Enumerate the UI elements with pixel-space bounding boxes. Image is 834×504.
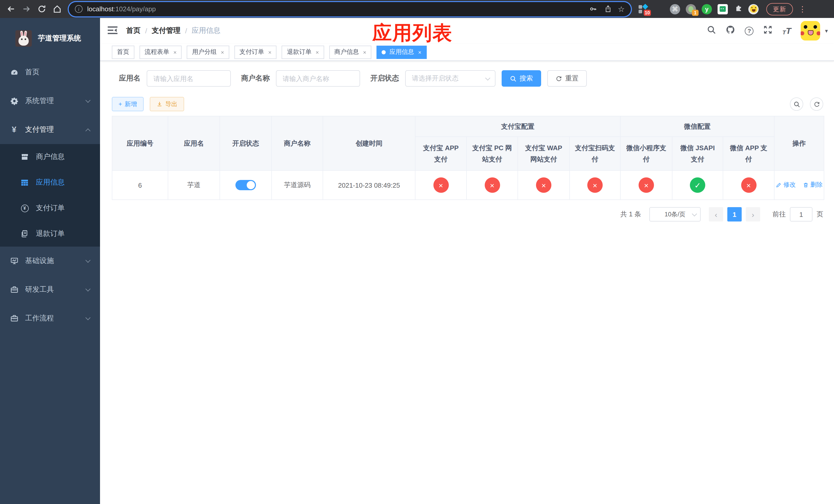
sidebar-item-home[interactable]: 首页: [0, 58, 100, 87]
storefront-icon: [21, 153, 29, 161]
page-number-current[interactable]: 1: [727, 207, 742, 222]
cell-wx-jsapi: ✓: [672, 170, 723, 200]
close-icon[interactable]: ×: [418, 49, 421, 55]
total-count: 共 1 条: [620, 210, 641, 219]
user-avatar[interactable]: [801, 21, 820, 41]
main-area: 首页 / 支付管理 / 应用信息 ?: [100, 18, 834, 504]
browser-menu-icon[interactable]: ⋮: [798, 4, 806, 14]
password-key-icon[interactable]: [588, 4, 598, 14]
toggle-search-button[interactable]: [790, 97, 803, 111]
chevron-down-icon: [692, 211, 697, 216]
documents-icon: [21, 230, 29, 238]
goto-suffix: 页: [816, 210, 823, 219]
extension-proxy-icon[interactable]: 1: [686, 4, 696, 14]
font-size-icon[interactable]: TT: [783, 26, 791, 35]
extension-chat-icon[interactable]: [718, 4, 728, 14]
help-icon[interactable]: ?: [745, 26, 754, 35]
app-logo[interactable]: 芋道管理系统: [0, 18, 100, 58]
col-status: 开启状态: [220, 116, 271, 170]
disabled-icon: ×: [433, 177, 448, 193]
apps-table: 应用编号 应用名 开启状态 商户名称 创建时间 支付宝配置 微信配置 操作 支付…: [112, 116, 824, 200]
cell-create-time: 2021-10-23 08:49:25: [323, 170, 415, 200]
sidebar-item-refund-orders[interactable]: 退款订单: [0, 221, 100, 247]
forward-icon[interactable]: [20, 2, 33, 16]
tab-process-form[interactable]: 流程表单×: [139, 45, 182, 59]
sidebar-item-app-info[interactable]: 应用信息: [0, 170, 100, 196]
app-name-label: 应用名: [119, 74, 140, 83]
extensions-puzzle-icon[interactable]: [733, 3, 743, 15]
extension-gem-icon[interactable]: [654, 4, 664, 14]
export-button[interactable]: 导出: [150, 97, 184, 111]
tab-user-group[interactable]: 用户分组×: [187, 45, 229, 59]
reset-button[interactable]: 重置: [547, 70, 587, 87]
extension-yudao-icon[interactable]: y: [702, 4, 712, 14]
fullscreen-icon[interactable]: [764, 25, 773, 37]
reload-icon[interactable]: [35, 2, 48, 16]
next-page-button[interactable]: ›: [746, 207, 760, 222]
col-app-id: 应用编号: [112, 116, 168, 170]
url-bar[interactable]: i localhost:1024/pay/app ☆: [69, 2, 631, 16]
tab-home[interactable]: 首页: [112, 45, 134, 59]
sidebar-item-system[interactable]: 系统管理: [0, 87, 100, 115]
refresh-button[interactable]: [810, 97, 823, 111]
status-toggle[interactable]: [236, 180, 256, 190]
breadcrumb-home[interactable]: 首页: [126, 26, 140, 36]
add-button[interactable]: + 新增: [112, 97, 144, 111]
sidebar-submenu-payment: 商户信息 应用信息 ¥ 支付订单 退款订单: [0, 144, 100, 247]
edit-button[interactable]: 修改: [775, 181, 795, 189]
tab-app-info[interactable]: 应用信息×: [376, 45, 426, 59]
update-button[interactable]: 更新: [766, 3, 793, 15]
sidebar-item-workflow[interactable]: 工作流程: [0, 304, 100, 333]
logo-rabbit-avatar: [15, 30, 32, 47]
tab-pay-orders[interactable]: 支付订单×: [235, 45, 277, 59]
prev-page-button[interactable]: ‹: [709, 207, 723, 222]
avatar-caret-icon[interactable]: ▾: [825, 27, 828, 34]
tab-merchant-info[interactable]: 商户信息×: [329, 45, 372, 59]
bookmark-star-icon[interactable]: ☆: [618, 5, 625, 13]
delete-button[interactable]: 删除: [803, 181, 823, 189]
home-icon[interactable]: [50, 2, 64, 16]
col-alipay-app: 支付宝 APP 支付: [415, 137, 466, 170]
disabled-icon: ×: [536, 177, 551, 193]
chevron-down-icon: [85, 97, 90, 102]
cell-alipay-pc: ×: [466, 170, 518, 200]
header-search-icon[interactable]: [707, 25, 716, 37]
cell-wx-lite: ×: [620, 170, 672, 200]
url-host: localhost: [87, 5, 114, 13]
close-icon[interactable]: ×: [173, 49, 177, 55]
search-button[interactable]: 搜索: [502, 70, 541, 87]
close-icon[interactable]: ×: [363, 49, 367, 55]
share-icon[interactable]: [603, 4, 613, 14]
close-icon[interactable]: ×: [316, 49, 319, 55]
sidebar-item-payment[interactable]: ¥ 支付管理: [0, 115, 100, 144]
status-select[interactable]: 请选择开启状态: [405, 70, 496, 87]
sidebar-item-pay-orders[interactable]: ¥ 支付订单: [0, 196, 100, 221]
chevron-down-icon: [85, 286, 90, 291]
close-icon[interactable]: ×: [221, 49, 224, 55]
sidebar-item-infrastructure[interactable]: 基础设施: [0, 247, 100, 275]
tab-refund-orders[interactable]: 退款订单×: [282, 45, 324, 59]
github-icon[interactable]: [726, 25, 735, 37]
disabled-icon: ×: [587, 177, 603, 193]
close-icon[interactable]: ×: [268, 49, 271, 55]
sidebar-collapse-icon[interactable]: [108, 26, 118, 36]
page-size-select[interactable]: 10条/页: [649, 207, 701, 222]
grid-table-icon: [21, 178, 29, 187]
cell-app-id: 6: [112, 170, 168, 200]
extension-blocks-icon[interactable]: 10: [638, 4, 648, 14]
dashboard-icon: [10, 68, 19, 77]
briefcase-icon: [10, 314, 19, 323]
monitor-chart-icon: [10, 257, 19, 265]
app-name-input[interactable]: [147, 70, 231, 87]
filter-merchant: 商户名称: [241, 70, 360, 87]
back-icon[interactable]: [4, 2, 18, 16]
site-info-icon[interactable]: i: [75, 5, 83, 13]
filter-status: 开启状态 请选择开启状态: [370, 70, 496, 87]
goto-page-input[interactable]: [790, 207, 812, 222]
profile-avatar-icon[interactable]: [748, 4, 759, 14]
sidebar-item-merchant-info[interactable]: 商户信息: [0, 144, 100, 170]
extension-command-icon[interactable]: ⌘: [670, 4, 680, 14]
col-wx-app: 微信 APP 支付: [723, 137, 774, 170]
sidebar-item-dev-tools[interactable]: 研发工具: [0, 275, 100, 304]
merchant-input[interactable]: [276, 70, 360, 87]
